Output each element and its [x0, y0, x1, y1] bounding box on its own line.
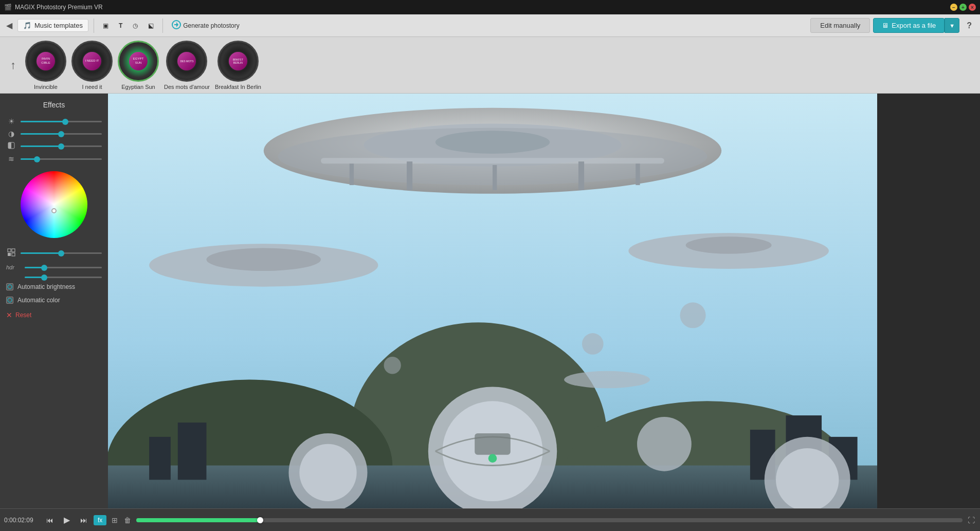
svg-rect-27: [578, 161, 584, 190]
music-disc-i-need-it: I NEED IT: [71, 41, 113, 82]
contrast-slider[interactable]: [21, 145, 102, 147]
chevron-down-icon: ▼: [949, 23, 955, 29]
maximize-button[interactable]: +: [959, 4, 967, 11]
time-display: 0:00:02:09: [4, 517, 40, 524]
auto-brightness-checkbox[interactable]: [6, 283, 13, 290]
music-item-invincible[interactable]: INVIN CIBLE Invincible: [25, 41, 66, 90]
reset-row[interactable]: ✕ Reset: [6, 309, 102, 321]
titlebar-left: 🎬 MAGIX Photostory Premium VR: [4, 4, 103, 11]
saturation-slider[interactable]: [21, 133, 102, 135]
play-button[interactable]: ▶: [60, 513, 74, 527]
grid-button[interactable]: ⊞: [111, 515, 119, 525]
export-dropdown-button[interactable]: ▼: [945, 18, 959, 33]
hdr2-slider[interactable]: [25, 277, 102, 278]
window-controls[interactable]: − + ×: [950, 4, 976, 11]
music-scroll-up[interactable]: ↑: [10, 59, 16, 72]
svg-rect-28: [636, 163, 640, 185]
fx-button[interactable]: fx: [94, 515, 106, 525]
auto-brightness-row[interactable]: Automatic brightness: [6, 282, 102, 291]
video-frame: [108, 94, 877, 508]
minimize-button[interactable]: −: [950, 4, 957, 11]
svg-rect-6: [12, 253, 15, 256]
titlebar: 🎬 MAGIX Photostory Premium VR − + ×: [0, 0, 980, 14]
generate-label: Generate photostory: [183, 22, 239, 29]
music-label-i-need-it: I need it: [82, 84, 102, 90]
svg-rect-35: [475, 433, 511, 455]
saturation-row: ◑: [6, 130, 102, 138]
help-button[interactable]: ?: [963, 19, 976, 32]
app-icon: 🎬: [4, 4, 12, 11]
export-button[interactable]: 🖥 Export as a file: [873, 18, 945, 33]
export-group: 🖥 Export as a file ▼: [873, 18, 959, 33]
brightness-icon: ☀: [6, 117, 16, 125]
music-templates-button[interactable]: 🎵 Music templates: [17, 19, 88, 32]
export-screen-icon: 🖥: [882, 22, 888, 29]
music-label-egyptian-sun: Egyptian Sun: [121, 84, 155, 90]
square-icon: ▣: [103, 22, 108, 29]
music-item-breakfast[interactable]: BRKFST BERLIN Breakfast In Berlin: [215, 41, 261, 90]
crop-icon: ⬕: [148, 22, 154, 29]
music-item-i-need-it[interactable]: I NEED IT I need it: [71, 41, 113, 90]
fullscreen-button[interactable]: ⛶: [967, 515, 976, 525]
timeline-thumb[interactable]: [257, 517, 263, 523]
auto-color-checkbox[interactable]: [6, 297, 13, 304]
music-item-des-mots[interactable]: DES MOTS Des mots d'amour: [164, 41, 210, 90]
generate-photostory-button[interactable]: Generate photostory: [168, 17, 243, 33]
clock-icon: ◷: [133, 22, 138, 29]
edit-manually-button[interactable]: Edit manually: [810, 18, 870, 33]
svg-point-8: [8, 298, 12, 302]
timeline-track[interactable]: [136, 518, 963, 522]
svg-point-30: [206, 248, 321, 271]
music-label-invincible: Invincible: [34, 84, 58, 90]
svg-rect-2: [8, 142, 11, 149]
music-label-breakfast: Breakfast In Berlin: [215, 84, 261, 90]
svg-rect-14: [149, 437, 171, 480]
fast-forward-button[interactable]: ⏭: [78, 515, 89, 525]
music-item-egyptian-sun[interactable]: EGYPT SUN Egyptian Sun: [118, 41, 159, 90]
square-tool-button[interactable]: ▣: [99, 20, 112, 32]
brightness-slider[interactable]: [21, 121, 102, 122]
auto-color-row[interactable]: Automatic color: [6, 296, 102, 305]
text-icon: T: [119, 22, 122, 29]
svg-point-43: [384, 357, 401, 374]
svg-rect-25: [407, 161, 412, 190]
music-templates-label: Music templates: [34, 22, 83, 29]
svg-rect-24: [350, 163, 354, 185]
clarity-slider[interactable]: [21, 252, 102, 254]
color-wheel-dot: [51, 208, 57, 213]
close-button[interactable]: ×: [969, 4, 976, 11]
timeline-fill: [136, 518, 260, 522]
crop-tool-button[interactable]: ⬕: [144, 20, 157, 32]
svg-point-32: [686, 236, 772, 253]
brightness-row: ☀: [6, 117, 102, 125]
hdr-row: hdr: [6, 264, 102, 270]
clock-tool-button[interactable]: ◷: [129, 20, 141, 32]
text-tool-button[interactable]: T: [115, 20, 126, 32]
reset-label: Reset: [15, 312, 31, 319]
right-panel: [877, 94, 980, 508]
color-wheel[interactable]: [21, 171, 87, 238]
hdr-slider[interactable]: [25, 267, 102, 268]
effects-title: Effects: [6, 99, 102, 113]
music-row: ↑ INVIN CIBLE Invincible I NEED IT I nee…: [0, 37, 980, 94]
rewind-button[interactable]: ⏮: [44, 515, 56, 525]
sharpness-slider[interactable]: [21, 158, 102, 160]
trash-button[interactable]: 🗑: [123, 515, 132, 525]
auto-color-label: Automatic color: [17, 297, 60, 304]
scene-svg: [108, 94, 877, 508]
svg-point-38: [299, 444, 356, 501]
separator-2: [162, 19, 163, 33]
svg-rect-5: [8, 253, 11, 256]
color-wheel-container[interactable]: [6, 167, 102, 242]
back-button[interactable]: ◀: [4, 19, 14, 32]
svg-rect-4: [12, 249, 15, 252]
svg-point-7: [8, 285, 12, 289]
music-disc-invincible: INVIN CIBLE: [25, 41, 66, 82]
generate-icon: [172, 20, 181, 31]
effects-sidebar: Effects ☀ ◑: [0, 94, 108, 508]
toolbar: ◀ 🎵 Music templates ▣ T ◷ ⬕ Generate pho…: [0, 14, 980, 37]
music-label-des-mots: Des mots d'amour: [164, 84, 210, 90]
svg-point-45: [564, 371, 650, 388]
contrast-row: [6, 142, 102, 151]
svg-point-44: [680, 302, 706, 328]
